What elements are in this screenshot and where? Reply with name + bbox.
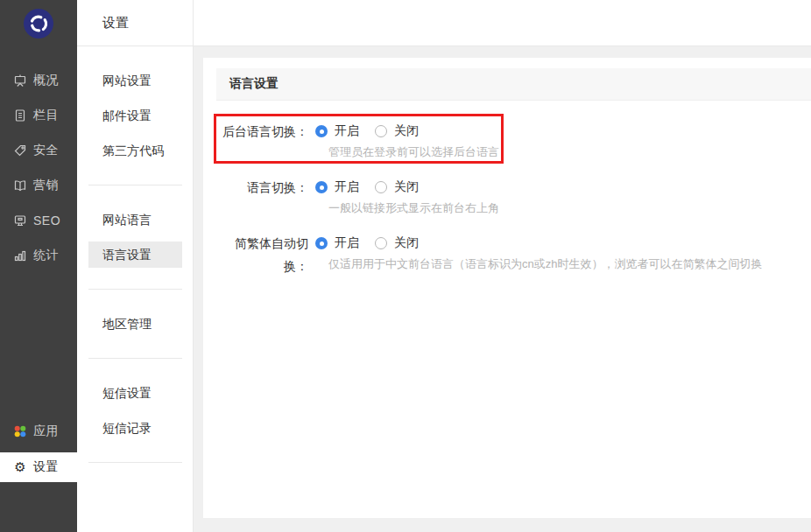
security-tag-icon (13, 144, 27, 158)
sidebar-item-label: 安全 (33, 143, 59, 158)
swirl-logo-icon (23, 8, 54, 42)
sidebar-item-label: 统计 (33, 248, 59, 263)
sidebar-item-apps[interactable]: 应用 (0, 414, 77, 449)
marketing-book-icon (13, 178, 27, 192)
radio-off-label: 关闭 (394, 235, 419, 251)
sidebar-item-seo[interactable]: SEO (0, 203, 77, 238)
columns-doc-icon (13, 108, 27, 122)
sidebar-item-overview[interactable]: 概况 (0, 63, 77, 98)
field-control: 开启 关闭 管理员在登录前可以选择后台语言 (315, 120, 499, 162)
form-row-backend-language-switch: 后台语言切换： 开启 关闭 管理员在登录前可以选择后台语言 (203, 120, 811, 162)
topbar: 设置 (77, 0, 811, 46)
submenu-group-region: 地区管理 (77, 290, 193, 358)
left-sidebar: 概况 栏目 安全 (0, 0, 77, 532)
submenu-group-language: 网站语言 语言设置 (77, 186, 193, 289)
radio-unselected-icon[interactable] (375, 237, 387, 249)
radio-off-label: 关闭 (394, 179, 419, 195)
submenu-title-cell: 设置 (77, 0, 194, 46)
overview-board-icon (13, 74, 27, 88)
sidebar-item-marketing[interactable]: 营销 (0, 168, 77, 203)
content-panel: 语言设置 后台语言切换： 开启 关闭 管理员在登录前可以选择后台语言 (203, 58, 811, 518)
apps-clover-icon (13, 424, 27, 438)
radio-on[interactable]: 开启 (315, 179, 359, 195)
submenu-item-sms-records[interactable]: 短信记录 (77, 410, 193, 445)
submenu-group-sms: 短信设置 短信记录 (77, 359, 193, 462)
radio-selected-icon[interactable] (315, 237, 328, 249)
field-label: 后台语言切换： (216, 120, 308, 162)
form-row-simplified-traditional-switch: 简繁体自动切换： 开启 关闭 仅适用用于中文前台语言（语言标识为cn或zh时生效… (203, 232, 811, 277)
settings-submenu: 网站设置 邮件设置 第三方代码 网站语言 语言设置 地区管理 短信设置 短信记录 (77, 46, 194, 532)
sidebar-item-label: 栏目 (33, 108, 59, 123)
sidebar-item-stats[interactable]: 统计 (0, 238, 77, 273)
field-hint: 管理员在登录前可以选择后台语言 (328, 143, 499, 162)
seo-monitor-icon (13, 214, 27, 228)
submenu-item-mail-settings[interactable]: 邮件设置 (77, 98, 193, 133)
radio-unselected-icon[interactable] (375, 181, 387, 193)
sidebar-item-label: 营销 (33, 178, 59, 193)
submenu-title: 设置 (102, 15, 129, 32)
field-hint: 一般以链接形式显示在前台右上角 (328, 199, 499, 218)
radio-unselected-icon[interactable] (375, 125, 387, 137)
sidebar-item-label: 设置 (33, 459, 59, 475)
radio-off[interactable]: 关闭 (375, 123, 419, 139)
submenu-item-site-settings[interactable]: 网站设置 (77, 63, 193, 98)
field-hint: 仅适用用于中文前台语言（语言标识为cn或zh时生效），浏览者可以在简繁体之间切换 (328, 255, 762, 274)
radio-on-label: 开启 (335, 235, 359, 251)
gear-icon: ⚙ (13, 459, 27, 475)
form-row-language-switch: 语言切换： 开启 关闭 一般以链接形式显示在前台右上角 (203, 176, 811, 218)
radio-off[interactable]: 关闭 (375, 235, 419, 251)
sidebar-item-label: SEO (33, 214, 60, 228)
radio-on-label: 开启 (335, 179, 359, 195)
sidebar-item-label: 应用 (33, 424, 59, 439)
field-control: 开启 关闭 一般以链接形式显示在前台右上角 (315, 176, 499, 218)
radio-off-label: 关闭 (394, 123, 419, 139)
divider (88, 462, 182, 463)
panel-title: 语言设置 (229, 76, 279, 92)
radio-selected-icon[interactable] (315, 181, 328, 193)
submenu-item-language-settings-active[interactable]: 语言设置 (88, 242, 182, 268)
field-label: 语言切换： (216, 176, 308, 218)
radio-selected-icon[interactable] (315, 125, 328, 137)
sidebar-item-settings-active[interactable]: ⚙ 设置 (0, 452, 77, 482)
submenu-item-thirdparty-code[interactable]: 第三方代码 (77, 133, 193, 168)
submenu-item-region-manage[interactable]: 地区管理 (77, 306, 193, 341)
sidebar-item-columns[interactable]: 栏目 (0, 98, 77, 133)
field-control: 开启 关闭 仅适用用于中文前台语言（语言标识为cn或zh时生效），浏览者可以在简… (315, 232, 762, 277)
sidebar-item-security[interactable]: 安全 (0, 133, 77, 168)
sidebar-menu: 概况 栏目 安全 (0, 63, 77, 273)
radio-on[interactable]: 开启 (315, 123, 359, 139)
submenu-item-site-language[interactable]: 网站语言 (77, 202, 193, 237)
radio-off[interactable]: 关闭 (375, 179, 419, 195)
app-logo[interactable] (0, 0, 77, 49)
radio-on[interactable]: 开启 (315, 235, 359, 251)
submenu-group-site: 网站设置 邮件设置 第三方代码 (77, 46, 193, 185)
stats-bars-icon (13, 248, 27, 262)
language-settings-form: 后台语言切换： 开启 关闭 管理员在登录前可以选择后台语言 语言切换： (203, 101, 811, 277)
radio-on-label: 开启 (335, 123, 359, 139)
panel-header: 语言设置 (216, 68, 811, 101)
field-label: 简繁体自动切换： (216, 232, 308, 277)
sidebar-item-label: 概况 (33, 73, 59, 88)
submenu-item-sms-settings[interactable]: 短信设置 (77, 375, 193, 410)
